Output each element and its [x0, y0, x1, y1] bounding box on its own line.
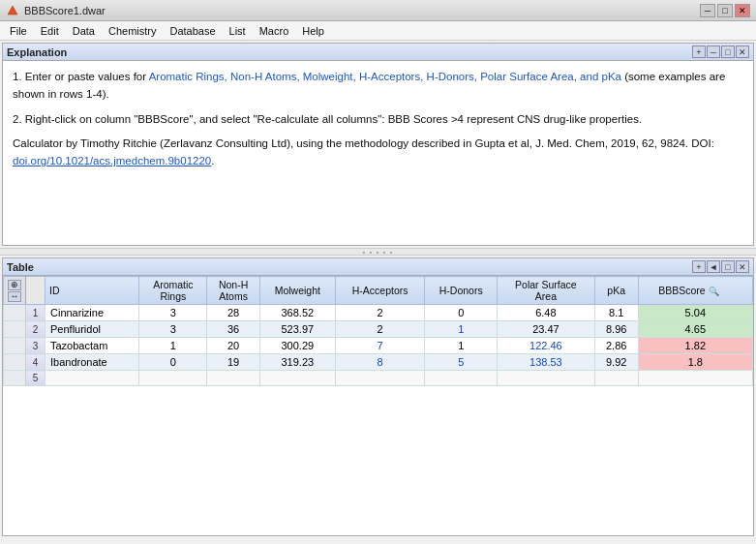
row-number: 1 [26, 305, 45, 321]
cell-pka: 9.92 [594, 354, 638, 371]
cell-bbbscore: 4.65 [638, 321, 752, 338]
menu-edit[interactable]: Edit [35, 24, 65, 38]
icon-col-header: ⊕ ↔ [4, 277, 26, 305]
cell-pka: 2.86 [594, 338, 638, 354]
col-header-polar-surface-area[interactable]: Polar SurfaceArea [498, 277, 595, 305]
table-maximize-button[interactable]: □ [721, 260, 735, 273]
menu-data[interactable]: Data [67, 24, 101, 38]
title-bar: BBBScore1.dwar ─ □ ✕ [0, 0, 756, 21]
cell-aromaticrings [139, 371, 207, 386]
row-number: 2 [26, 321, 45, 338]
cell-polarsurfacearea: 23.47 [498, 321, 595, 338]
maximize-button[interactable]: □ [717, 4, 733, 17]
cell-hdonors: 0 [425, 305, 498, 321]
col-header-h-acceptors[interactable]: H-Acceptors [335, 277, 425, 305]
table-row: 3Tazobactam120300.2971122.462.861.82 [4, 338, 753, 354]
col-header-non-h-atoms[interactable]: Non-HAtoms [207, 277, 260, 305]
window-title: BBBScore1.dwar [24, 5, 106, 16]
cell-bbbscore: 1.82 [638, 338, 752, 354]
table-title-bar: Table + ◄ □ ✕ [3, 258, 753, 276]
menu-macro[interactable]: Macro [254, 24, 295, 38]
table-add-button[interactable]: + [692, 260, 706, 273]
row-number: 4 [26, 354, 45, 371]
cell-nonhatoms: 28 [207, 305, 260, 321]
cell-id [45, 371, 139, 386]
table-header-row: ⊕ ↔ ID AromaticRings Non-HAtoms Molweigh… [4, 277, 753, 305]
col-header-aromatic-rings[interactable]: AromaticRings [139, 277, 207, 305]
doi-link[interactable]: doi.org/10.1021/acs.jmedchem.9b01220 [13, 155, 211, 166]
cell-hdonors [425, 371, 498, 386]
cell-molweight: 300.29 [259, 338, 335, 354]
resize-dots: • • • • • [363, 248, 394, 257]
explanation-close-button[interactable]: ✕ [736, 45, 749, 58]
col-header-bbbscore[interactable]: BBBScore 🔍 [638, 277, 752, 305]
cell-pka: 8.96 [594, 321, 638, 338]
menu-database[interactable]: Database [164, 24, 221, 38]
app-icon [6, 4, 19, 17]
cell-aromaticrings: 3 [139, 321, 207, 338]
table-row: 1Cinnarizine328368.52206.488.15.04 [4, 305, 753, 321]
cell-polarsurfacearea: 122.46 [498, 338, 595, 354]
cell-bbbscore [638, 371, 752, 386]
cell-nonhatoms: 36 [207, 321, 260, 338]
col-header-molweight[interactable]: Molweight [259, 277, 335, 305]
cell-id: Penfluridol [45, 321, 139, 338]
col-header-id[interactable]: ID [45, 277, 139, 305]
explanation-content: 1. Enter or paste values for Aromatic Ri… [3, 61, 753, 186]
row-icon-cell [4, 321, 26, 338]
menu-bar: File Edit Data Chemistry Database List M… [0, 21, 756, 41]
cell-hacceptors: 2 [335, 321, 425, 338]
row-icon-cell [4, 371, 26, 386]
cell-molweight: 319.23 [259, 354, 335, 371]
cell-aromaticrings: 3 [139, 305, 207, 321]
table-row: 5 [4, 371, 753, 386]
cell-nonhatoms [207, 371, 260, 386]
cell-aromaticrings: 0 [139, 354, 207, 371]
resize-handle[interactable]: • • • • • [0, 248, 756, 256]
close-button[interactable]: ✕ [735, 4, 750, 17]
row-icon-cell [4, 338, 26, 354]
table-panel: Table + ◄ □ ✕ ⊕ ↔ ID [2, 257, 754, 536]
explanation-title: Explanation [7, 46, 692, 58]
col-header-h-donors[interactable]: H-Donors [425, 277, 498, 305]
table-title: Table [7, 261, 690, 273]
bbbscore-search-icon[interactable]: 🔍 [709, 287, 719, 296]
row-number: 5 [26, 371, 45, 386]
cell-hacceptors: 8 [335, 354, 425, 371]
table-icon-add[interactable]: ⊕ [8, 280, 21, 290]
cell-aromaticrings: 1 [139, 338, 207, 354]
table-back-button[interactable]: ◄ [707, 260, 720, 273]
table-body: 1Cinnarizine328368.52206.488.15.042Penfl… [4, 305, 753, 386]
table-close-button[interactable]: ✕ [736, 260, 749, 273]
table-icon-swap[interactable]: ↔ [8, 291, 21, 302]
table-controls: + ◄ □ ✕ [692, 260, 749, 273]
explanation-add-button[interactable]: + [692, 45, 706, 58]
table-row: 4Ibandronate019319.2385138.539.921.8 [4, 354, 753, 371]
minimize-button[interactable]: ─ [700, 4, 715, 17]
explanation-title-bar: Explanation + ─ □ ✕ [3, 44, 753, 61]
row-icon-cell [4, 305, 26, 321]
cell-molweight [259, 371, 335, 386]
table-row: 2Penfluridol336523.972123.478.964.65 [4, 321, 753, 338]
table-wrapper: ⊕ ↔ ID AromaticRings Non-HAtoms Molweigh… [3, 276, 753, 535]
menu-file[interactable]: File [4, 24, 33, 38]
cell-bbbscore: 5.04 [638, 305, 752, 321]
menu-list[interactable]: List [224, 24, 252, 38]
row-num-header [26, 277, 45, 305]
cell-nonhatoms: 19 [207, 354, 260, 371]
cell-polarsurfacearea: 6.48 [498, 305, 595, 321]
col-header-pka[interactable]: pKa [594, 277, 638, 305]
data-table: ⊕ ↔ ID AromaticRings Non-HAtoms Molweigh… [3, 276, 753, 386]
window-controls: ─ □ ✕ [700, 4, 750, 17]
menu-help[interactable]: Help [296, 24, 330, 38]
cell-hdonors: 5 [425, 354, 498, 371]
cell-polarsurfacearea: 138.53 [498, 354, 595, 371]
cell-polarsurfacearea [498, 371, 595, 386]
explanation-minimize-button[interactable]: ─ [707, 45, 720, 58]
explanation-paragraph-1: 1. Enter or paste values for Aromatic Ri… [13, 69, 743, 104]
cell-id: Cinnarizine [45, 305, 139, 321]
explanation-maximize-button[interactable]: □ [721, 45, 735, 58]
explanation-paragraph-2: 2. Right-click on column "BBBScore", and… [13, 111, 743, 129]
menu-chemistry[interactable]: Chemistry [103, 24, 163, 38]
cell-hdonors: 1 [425, 338, 498, 354]
